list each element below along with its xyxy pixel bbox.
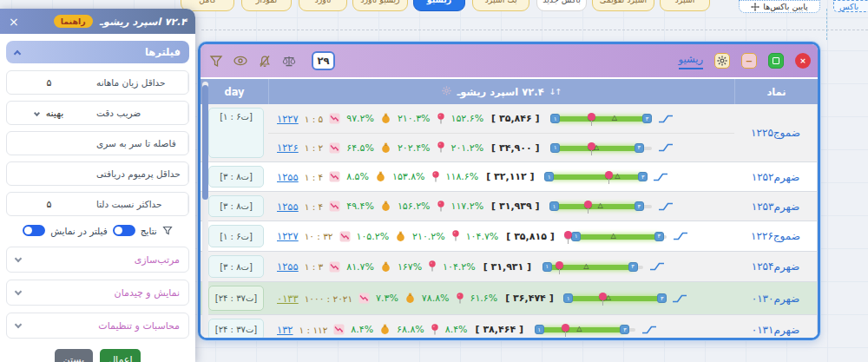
- payoff-chart-icon[interactable]: [641, 325, 657, 335]
- strike-link[interactable]: ۱۲۵۵: [277, 260, 299, 273]
- column-header-day[interactable]: day: [201, 79, 268, 104]
- symbol-cell[interactable]: ضهرم۰۱۳۰: [734, 282, 818, 314]
- min-premium-input[interactable]: [7, 162, 91, 185]
- slider-endpoint-right[interactable]: ۳: [635, 143, 644, 153]
- symbol-cell[interactable]: ضهرم۱۲۵۳: [734, 192, 818, 220]
- tab-back-spread[interactable]: بک اسپرد: [472, 0, 529, 11]
- chart-down-icon: [333, 324, 345, 335]
- slider-endpoint-left[interactable]: ۱: [544, 172, 554, 181]
- accuracy-factor-select[interactable]: بهینه: [7, 102, 91, 124]
- minimize-button[interactable]: −: [741, 53, 757, 69]
- range-slider[interactable]: ۱ ۳ △: [535, 322, 635, 337]
- range-slider[interactable]: ۱ ۳ △: [551, 199, 652, 214]
- slider-endpoint-left[interactable]: ۱: [542, 262, 552, 272]
- filters-section-header[interactable]: فیلترها: [6, 41, 189, 63]
- apply-button[interactable]: اعمال: [100, 349, 141, 362]
- max-delta-ratio-input[interactable]: ۵: [7, 193, 91, 215]
- mute-alerts-icon[interactable]: [256, 53, 273, 69]
- strike-link[interactable]: ۱۲۵۵: [277, 171, 299, 183]
- slider-endpoint-right[interactable]: ۳: [654, 232, 664, 241]
- range-slider[interactable]: ۱ ۳ △: [542, 260, 643, 274]
- table-row[interactable]: [ت۶ : ۱] ۱۲۲۷ ۱ : ۵ ۹۷.۲% ۲۱۰.۳% ۱۵۲.۶% …: [201, 104, 818, 161]
- help-badge[interactable]: راهنما: [54, 15, 93, 28]
- scales-icon[interactable]: [280, 53, 297, 69]
- filter-icon[interactable]: [207, 53, 224, 69]
- tab-ratio-navard[interactable]: ریشیو ناورد: [352, 0, 408, 11]
- section-sorting[interactable]: مرتب‌سازی: [6, 247, 189, 273]
- min-monthly-loss-input[interactable]: ۵: [7, 71, 91, 94]
- results-toggle[interactable]: [113, 225, 135, 236]
- strike-link[interactable]: ۱۳۲: [277, 324, 293, 336]
- tab-calendar-spread[interactable]: اسپرد تقویمی: [592, 0, 654, 11]
- column-header-symbol[interactable]: نماد: [734, 79, 818, 104]
- slider-endpoint-right[interactable]: ۳: [620, 325, 629, 334]
- result-count: ۲۹: [312, 51, 335, 70]
- close-window-button[interactable]: ×: [795, 53, 811, 69]
- strike-link[interactable]: ۱۲۲۷: [277, 230, 299, 242]
- table-row[interactable]: [ت۸ : ۳] ۱۲۵۵ ۱ : ۳ ۸۱.۷% ۱۶۷% ۱۰۴.۲% [ …: [201, 251, 818, 281]
- slider-endpoint-left[interactable]: ۱: [571, 232, 581, 241]
- payoff-chart-icon[interactable]: [649, 261, 665, 272]
- table-scrollbar[interactable]: [202, 82, 208, 335]
- lower-boxes-button[interactable]: پایین باکس‌ها: [739, 0, 820, 13]
- table-row[interactable]: [ت۸ : ۳] ۱۲۵۵ ۱ : ۴ ۴۹.۴% ۱۵۶.۲% ۱۱۷.۲% …: [201, 191, 818, 220]
- window-tab-ratio[interactable]: ریشیو: [679, 53, 703, 69]
- field-label: حداقل زیان ماهانه: [91, 71, 188, 94]
- close-button[interactable]: بستن: [55, 349, 94, 362]
- symbol-cell[interactable]: ضهرم۱۲۵۲: [734, 162, 818, 191]
- table-row[interactable]: [ت۶ : ۱] ۱۲۲۷ ۱۰ : ۳۲ ۱۰۵.۲% ۲۱۰.۲% ۱۰۴.…: [201, 220, 818, 251]
- payoff-chart-icon[interactable]: [653, 172, 668, 182]
- payoff-chart-icon[interactable]: [673, 231, 688, 241]
- breakeven-marker: △: [598, 201, 603, 209]
- table-row[interactable]: [ت۸ : ۳] ۱۲۵۵ ۱ : ۴ ۸.۵% ۱۵۳.۸% ۱۱۸.۶% […: [201, 161, 818, 191]
- tab-new-box[interactable]: باکس جدید: [536, 0, 587, 11]
- slider-endpoint-left[interactable]: ۱: [550, 114, 560, 123]
- strike-link[interactable]: ۱۲۲۶: [277, 142, 299, 154]
- symbol-cell[interactable]: ضموج۱۲۲۵: [734, 104, 818, 161]
- slider-endpoint-left[interactable]: ۱: [535, 325, 544, 334]
- column-header-strategy[interactable]: ۷۲.۴ اسپرد ریشوـ ↓↑: [268, 79, 734, 104]
- symbol-cell[interactable]: ضموج۱۲۲۶: [734, 221, 818, 251]
- strike-link[interactable]: ۰۱۳۳: [277, 293, 299, 305]
- section-calculations[interactable]: محاسبات و تنظیمات: [6, 313, 189, 339]
- tab-ratio-active[interactable]: ریشیو: [413, 0, 465, 11]
- payoff-chart-icon[interactable]: [658, 142, 674, 153]
- table-row[interactable]: [ت۳۷ : ۲۴] ۱۳۲ ۱ : ۱۱۲ ۸.۴% ۶۸.۸% ۸.۴% […: [201, 314, 818, 338]
- strike-link[interactable]: ۱۲۵۵: [277, 201, 299, 213]
- percent-1: ۸.۵%: [346, 171, 369, 182]
- slider-endpoint-right[interactable]: ۳: [638, 172, 648, 181]
- tab-box-partial[interactable]: باکس: [833, 0, 868, 12]
- payoff-chart-icon[interactable]: [658, 201, 674, 212]
- slider-endpoint-right[interactable]: ۳: [628, 262, 638, 272]
- slider-endpoint-left[interactable]: ۱: [563, 293, 573, 303]
- maximize-button[interactable]: [768, 53, 784, 69]
- breakeven-distance-input[interactable]: [7, 132, 91, 155]
- sort-icon[interactable]: ↓↑: [549, 87, 562, 96]
- scrollbar-thumb[interactable]: [202, 85, 208, 200]
- symbol-cell[interactable]: ضهرم۱۲۵۴: [734, 252, 818, 281]
- strike-link[interactable]: ۱۲۲۷: [277, 113, 299, 125]
- tab-nemoodar[interactable]: نمودار: [241, 0, 292, 11]
- slider-endpoint-right[interactable]: ۳: [642, 114, 652, 123]
- settings-button[interactable]: [714, 53, 730, 69]
- tab-spread[interactable]: اسپرد: [660, 0, 710, 11]
- range-slider[interactable]: ۱ ۳ △: [551, 141, 652, 155]
- tab-navard[interactable]: ناورد: [299, 0, 347, 11]
- range-slider[interactable]: ۱ ۳ △: [546, 169, 647, 184]
- close-panel-icon[interactable]: ×: [9, 16, 19, 28]
- range-slider[interactable]: ۱ ۳ △: [551, 111, 652, 126]
- range-slider[interactable]: ۱ ۳ △: [566, 229, 667, 244]
- slider-endpoint-left[interactable]: ۱: [550, 143, 560, 153]
- table-row-selected[interactable]: [ت۳۷ : ۲۴] ۰۱۳۳ ۱۰۰۰ : ۲۰۲۱ ۷.۳% ۷۸.۸% ۶…: [201, 281, 818, 314]
- filter-in-view-toggle[interactable]: [23, 225, 45, 236]
- range-slider[interactable]: ۱ ۳ △: [565, 291, 666, 306]
- watch-icon[interactable]: [232, 53, 248, 69]
- slider-endpoint-right[interactable]: ۳: [657, 293, 667, 303]
- section-display-layout[interactable]: نمایش و چیدمان: [6, 280, 189, 306]
- slider-endpoint-left[interactable]: ۱: [549, 201, 559, 211]
- payoff-chart-icon[interactable]: [672, 293, 687, 304]
- symbol-cell[interactable]: ضهرم۰۱۳۱: [734, 315, 818, 338]
- payoff-chart-icon[interactable]: [658, 114, 674, 124]
- slider-endpoint-right[interactable]: ۳: [635, 201, 644, 211]
- ratio-value: ۱ : ۲: [305, 142, 324, 153]
